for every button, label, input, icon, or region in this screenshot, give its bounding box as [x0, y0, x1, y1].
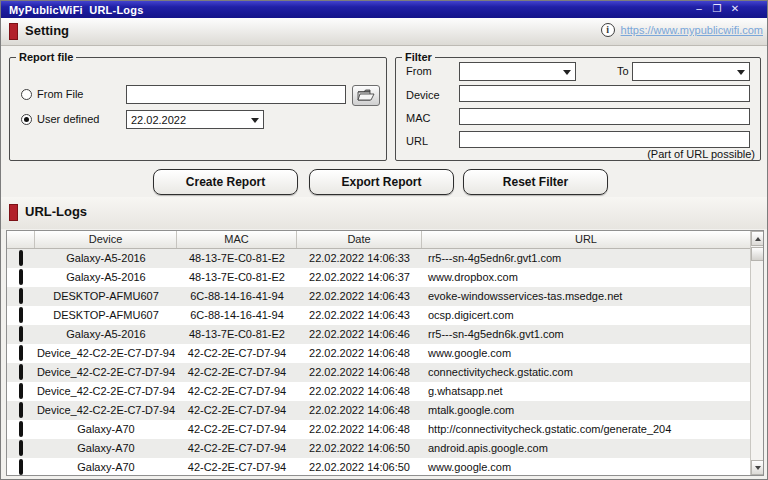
phone-icon: [19, 421, 23, 437]
mac-cell: 42-C2-2E-C7-D7-94: [177, 363, 297, 382]
device-cell: Galaxy-A70: [35, 420, 177, 439]
scroll-up-button[interactable]: [751, 231, 764, 246]
url-cell: www.google.com: [422, 344, 750, 363]
arrow-down-icon: [755, 466, 761, 470]
mac-cell: 48-13-7E-C0-81-E2: [177, 325, 297, 344]
arrow-up-icon: [755, 237, 761, 241]
url-cell: http://connectivitycheck.gstatic.com/gen…: [422, 420, 750, 439]
maximize-icon[interactable]: ❐: [711, 3, 723, 15]
window-title: MyPublicWiFi URL-Logs: [1, 4, 143, 16]
filter-from-label: From: [406, 65, 432, 77]
filter-url-label: URL: [406, 135, 428, 147]
report-date-value: 22.02.2022: [131, 114, 186, 126]
date-cell: 22.02.2022 14:06:48: [297, 363, 422, 382]
date-cell: 22.02.2022 14:06:43: [297, 306, 422, 325]
date-cell: 22.02.2022 14:06:48: [297, 401, 422, 420]
user-defined-label: User defined: [37, 113, 99, 125]
date-cell: 22.02.2022 14:06:46: [297, 325, 422, 344]
export-report-button[interactable]: Export Report: [309, 169, 454, 195]
open-folder-icon: [357, 89, 375, 102]
filter-mac-label: MAC: [406, 112, 430, 124]
phone-icon: [19, 326, 23, 342]
device-cell: DESKTOP-AFMU607: [35, 306, 177, 325]
browse-file-button[interactable]: [352, 85, 380, 106]
filter-device-input[interactable]: [459, 85, 750, 102]
table-row[interactable]: Galaxy-A5-2016 48-13-7E-C0-81-E2 22.02.2…: [7, 325, 750, 344]
phone-icon: [19, 307, 23, 323]
chevron-down-icon: [251, 118, 259, 123]
phone-icon: [19, 459, 23, 475]
table-row[interactable]: DESKTOP-AFMU607 6C-88-14-16-41-94 22.02.…: [7, 287, 750, 306]
device-cell: Device_42-C2-2E-C7-D7-94: [35, 363, 177, 382]
filter-from-select[interactable]: [459, 62, 576, 81]
device-column-header[interactable]: Device: [35, 231, 177, 248]
date-column-header[interactable]: Date: [297, 231, 422, 248]
title-bar: MyPublicWiFi URL-Logs – ❐ ✕: [1, 1, 768, 18]
table-row[interactable]: Galaxy-A5-2016 48-13-7E-C0-81-E2 22.02.2…: [7, 249, 750, 268]
report-file-group: Report file: [9, 51, 387, 161]
date-cell: 22.02.2022 14:06:48: [297, 344, 422, 363]
red-marker: [9, 23, 18, 40]
device-icon-column-header[interactable]: [7, 231, 35, 248]
vertical-scrollbar[interactable]: [750, 231, 763, 475]
table-row[interactable]: Galaxy-A70 42-C2-2E-C7-D7-94 22.02.2022 …: [7, 439, 750, 458]
filter-url-input[interactable]: [459, 131, 750, 148]
phone-icon: [19, 383, 23, 399]
table-row[interactable]: Device_42-C2-2E-C7-D7-94 42-C2-2E-C7-D7-…: [7, 344, 750, 363]
device-cell: Device_42-C2-2E-C7-D7-94: [35, 401, 177, 420]
table-header-row: Device MAC Date URL: [7, 231, 750, 249]
filter-mac-input[interactable]: [459, 108, 750, 125]
mac-cell: 42-C2-2E-C7-D7-94: [177, 382, 297, 401]
url-hint: (Part of URL possible): [647, 148, 755, 160]
table-row[interactable]: Device_42-C2-2E-C7-D7-94 42-C2-2E-C7-D7-…: [7, 382, 750, 401]
url-cell: android.apis.google.com: [422, 439, 750, 458]
url-cell: www.google.com: [422, 458, 750, 476]
info-icon: i: [601, 23, 615, 37]
phone-icon: [19, 250, 23, 266]
filter-to-select[interactable]: [632, 62, 750, 81]
website-link[interactable]: https://www.mypublicwifi.com: [621, 24, 763, 36]
from-file-radio[interactable]: [21, 89, 32, 100]
table-row[interactable]: Galaxy-A70 42-C2-2E-C7-D7-94 22.02.2022 …: [7, 458, 750, 476]
date-cell: 22.02.2022 14:06:33: [297, 249, 422, 268]
url-cell: ocsp.digicert.com: [422, 306, 750, 325]
phone-icon: [19, 345, 23, 361]
device-cell: DESKTOP-AFMU607: [35, 287, 177, 306]
reset-filter-button[interactable]: Reset Filter: [463, 169, 608, 195]
table-body: Galaxy-A5-2016 48-13-7E-C0-81-E2 22.02.2…: [7, 249, 750, 475]
minimize-icon[interactable]: –: [693, 3, 705, 15]
url-logs-title: URL-Logs: [25, 204, 87, 219]
chevron-down-icon: [563, 70, 571, 75]
report-file-path-input[interactable]: [126, 85, 346, 104]
url-column-header[interactable]: URL: [422, 231, 750, 248]
date-cell: 22.02.2022 14:06:50: [297, 458, 422, 476]
table-row[interactable]: Galaxy-A5-2016 48-13-7E-C0-81-E2 22.02.2…: [7, 268, 750, 287]
setting-title: Setting: [25, 23, 69, 38]
mac-cell: 42-C2-2E-C7-D7-94: [177, 420, 297, 439]
url-cell: www.dropbox.com: [422, 268, 750, 287]
date-cell: 22.02.2022 14:06:48: [297, 420, 422, 439]
scroll-down-button[interactable]: [751, 460, 764, 475]
scrollbar-thumb[interactable]: [751, 247, 764, 261]
mac-column-header[interactable]: MAC: [177, 231, 297, 248]
phone-icon: [19, 364, 23, 380]
date-cell: 22.02.2022 14:06:37: [297, 268, 422, 287]
device-cell: Galaxy-A70: [35, 439, 177, 458]
report-date-select[interactable]: 22.02.2022: [126, 110, 264, 129]
table-row[interactable]: Device_42-C2-2E-C7-D7-94 42-C2-2E-C7-D7-…: [7, 363, 750, 382]
device-cell: Device_42-C2-2E-C7-D7-94: [35, 344, 177, 363]
table-row[interactable]: Galaxy-A70 42-C2-2E-C7-D7-94 22.02.2022 …: [7, 420, 750, 439]
mac-cell: 42-C2-2E-C7-D7-94: [177, 401, 297, 420]
create-report-button[interactable]: Create Report: [153, 169, 298, 195]
filter-device-label: Device: [406, 89, 440, 101]
table-row[interactable]: Device_42-C2-2E-C7-D7-94 42-C2-2E-C7-D7-…: [7, 401, 750, 420]
mac-cell: 48-13-7E-C0-81-E2: [177, 268, 297, 287]
red-marker: [9, 204, 18, 221]
chevron-down-icon: [737, 70, 745, 75]
url-cell: rr5---sn-4g5edn6k.gvt1.com: [422, 325, 750, 344]
close-icon[interactable]: ✕: [729, 3, 741, 15]
device-cell: Galaxy-A5-2016: [35, 325, 177, 344]
table-row[interactable]: DESKTOP-AFMU607 6C-88-14-16-41-94 22.02.…: [7, 306, 750, 325]
date-cell: 22.02.2022 14:06:43: [297, 287, 422, 306]
user-defined-radio[interactable]: [21, 114, 32, 125]
